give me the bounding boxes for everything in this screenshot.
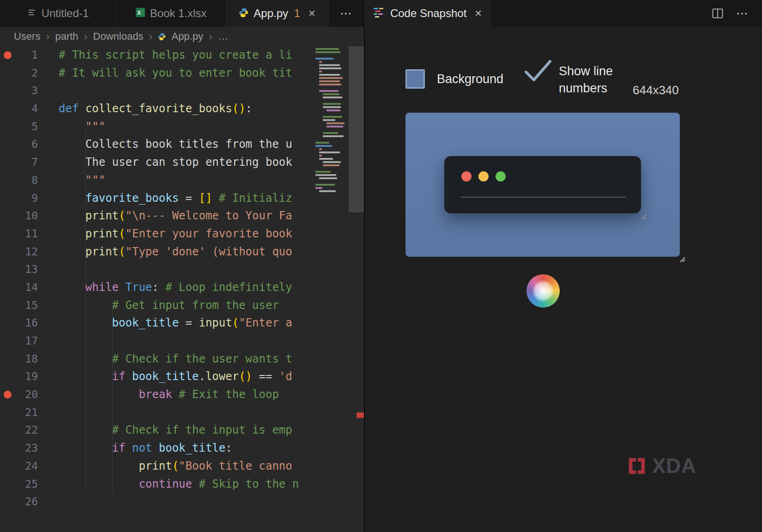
code-line: 26 [0,493,315,511]
editor-gutter[interactable]: 26 [0,493,59,511]
snapshot-preview[interactable] [405,113,680,257]
code-line: 14 while True: # Loop indefinitely [0,278,315,296]
chevron-right-icon: › [84,30,88,43]
code-line: 25 continue # Skip to the n [0,475,315,493]
code-text: continue # Skip to the n [59,475,299,493]
line-number: 16 [25,314,38,332]
close-icon[interactable]: ✕ [308,8,316,19]
untitled-file-icon [27,8,36,19]
editor-gutter[interactable]: 2 [0,64,59,82]
editor-gutter[interactable]: 22 [0,421,59,439]
breakpoint-dot[interactable] [4,51,12,59]
code-line: 4def collect_favorite_books(): [0,100,315,118]
python-icon [158,33,166,41]
tab-label: Untitled-1 [42,7,89,20]
excel-icon: X [136,8,145,19]
editor-gutter[interactable]: 1 [0,46,59,64]
breadcrumb-item-downloads[interactable]: Downloads [93,30,144,42]
code-text: book_title = input("Enter a [59,314,292,332]
tab-label: Code Snapshot [390,7,466,20]
tab-code-snapshot[interactable]: Code Snapshot ✕ [364,0,491,27]
breadcrumb-item-symbol[interactable]: … [218,30,228,42]
editor-gutter[interactable]: 19 [0,368,59,386]
code-line: 22 # Check if the input is emp [0,421,315,439]
editor-gutter[interactable]: 12 [0,243,59,261]
code-line: 24 print("Book title canno [0,457,315,475]
tab-app-py[interactable]: App.py 1 ✕ [226,0,329,27]
scrollbar-thumb[interactable] [349,46,364,212]
more-actions-icon[interactable]: ⋯ [736,6,748,21]
code-line: 12 print("Type 'done' (without quo [0,243,315,261]
line-number: 5 [31,118,38,136]
editor-gutter[interactable]: 17 [0,332,59,350]
code-text: """ [59,118,105,136]
breadcrumb-item-parth[interactable]: parth [55,30,78,42]
line-number: 9 [31,189,38,207]
code-text: if not book_title: [59,439,232,457]
background-color-swatch[interactable] [405,69,425,89]
editor-gutter[interactable]: 6 [0,135,59,153]
code-text: break # Exit the loop [59,386,279,404]
tab-overflow-button[interactable]: ⋯ [329,0,363,27]
line-number: 10 [25,207,38,225]
line-number: 6 [31,135,38,153]
code-line: 3 [0,82,315,100]
code-line: 20 break # Exit the loop [0,386,315,404]
editor-gutter[interactable]: 13 [0,260,59,278]
code-lines[interactable]: 1# This script helps you create a li2# I… [0,46,315,532]
editor-gutter[interactable]: 23 [0,439,59,457]
chevron-right-icon: › [46,30,49,43]
line-number: 23 [25,439,38,457]
editor-gutter[interactable]: 24 [0,457,59,475]
code-text: Collects book titles from the u [59,135,292,153]
tab-book-xlsx[interactable]: X Book 1.xlsx [116,0,226,27]
chevron-right-icon: › [149,30,152,43]
tab-untitled[interactable]: Untitled-1 [0,0,116,27]
code-text: print("Type 'done' (without quo [59,243,292,261]
editor-gutter[interactable]: 7 [0,153,59,171]
editor-gutter[interactable]: 14 [0,278,59,296]
tab-label: App.py [254,7,288,20]
breadcrumb-item-users[interactable]: Users [14,30,40,42]
editor-gutter[interactable]: 21 [0,404,59,422]
code-line: 1# This script helps you create a li [0,46,315,64]
close-icon[interactable]: ✕ [474,8,482,19]
line-number: 13 [25,260,38,278]
editor-gutter[interactable]: 5 [0,118,59,136]
code-snapshot-panel: Background Show line numbers 644x340 [364,27,762,532]
line-number: 26 [25,493,38,511]
vscode-window: Untitled-1 X Book 1.xlsx App.py 1 ✕ ⋯ Co… [0,0,762,532]
code-text: """ [59,171,105,189]
code-line: 17 [0,332,315,350]
editor-gutter[interactable]: 4 [0,100,59,118]
editor-gutter[interactable]: 3 [0,82,59,100]
indent-guide [112,296,113,493]
editor-gutter[interactable]: 16 [0,314,59,332]
editor-gutter[interactable]: 11 [0,225,59,243]
editor-gutter[interactable]: 25 [0,475,59,493]
code-line: 5 """ [0,118,315,136]
code-text: # Check if the input is emp [59,421,292,439]
breadcrumb: Users › parth › Downloads › App.py › … [0,27,364,46]
editor-gutter[interactable]: 20 [0,386,59,404]
editor-gutter[interactable]: 10 [0,207,59,225]
line-number: 8 [31,171,38,189]
editor-gutter[interactable]: 9 [0,189,59,207]
tab-label: Book 1.xlsx [150,7,207,20]
split-editor-icon[interactable] [712,8,723,18]
editor-gutter[interactable]: 18 [0,350,59,368]
code-text: if book_title.lower() == 'd [59,368,292,386]
mock-window [444,156,641,213]
code-line: 7 The user can stop entering book [0,153,315,171]
tab-bar: Untitled-1 X Book 1.xlsx App.py 1 ✕ ⋯ Co… [0,0,762,27]
code-text: def collect_favorite_books(): [59,100,252,118]
line-number: 14 [25,278,38,296]
breadcrumb-item-file[interactable]: App.py [171,30,203,42]
background-label: Background [437,72,503,86]
loading-spinner-icon [526,274,560,308]
show-line-numbers-label: Show line numbers [559,63,636,97]
breakpoint-dot[interactable] [4,391,12,399]
editor-gutter[interactable]: 15 [0,296,59,314]
editor-gutter[interactable]: 8 [0,171,59,189]
minimap[interactable] [315,47,349,196]
